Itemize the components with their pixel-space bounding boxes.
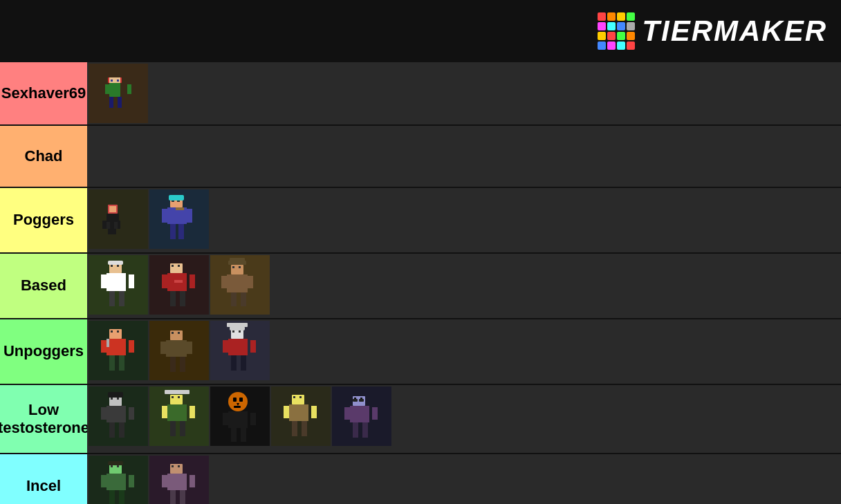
svg-rect-68 [109,355,115,371]
tier-row-poggers: Poggers [0,188,841,254]
character-lowtesto-4 [271,386,331,446]
svg-rect-117 [228,411,248,428]
svg-rect-154 [172,465,174,467]
svg-rect-100 [108,392,123,398]
svg-rect-24 [162,209,167,223]
svg-rect-90 [227,323,248,327]
svg-rect-54 [227,274,248,292]
svg-rect-110 [165,390,190,394]
svg-rect-156 [167,474,187,490]
svg-rect-150 [119,490,124,504]
character-lowtesto-2 [149,386,209,446]
svg-rect-158 [190,475,195,487]
svg-rect-69 [119,355,124,371]
svg-rect-149 [109,490,115,504]
tier-row-incel: Incel [0,454,841,504]
svg-rect-9 [117,80,119,82]
tier-row-based: Based [0,254,841,319]
svg-rect-160 [180,490,185,504]
svg-rect-109 [180,421,185,436]
svg-rect-75 [166,340,187,357]
tier-item [332,386,391,446]
svg-rect-42 [172,265,174,267]
tier-label-incel: Incel [0,454,87,504]
svg-rect-52 [232,266,234,268]
svg-rect-66 [101,340,107,353]
character-based-1 [89,255,148,315]
svg-rect-155 [178,465,180,467]
svg-rect-26 [170,224,176,239]
svg-rect-49 [174,280,183,283]
svg-rect-73 [172,332,174,334]
svg-rect-126 [289,404,308,421]
svg-rect-107 [190,406,195,418]
svg-rect-97 [129,407,134,420]
svg-rect-141 [359,399,364,402]
svg-rect-32 [111,265,113,267]
character-sexhaver [89,64,148,123]
tier-label-poggers: Poggers [0,188,87,252]
character-unpoggers-3 [210,321,270,380]
svg-rect-8 [111,80,113,82]
tier-row-unpoggers: Unpoggers [0,319,841,385]
tier-label-chad: Chad [0,126,87,187]
svg-rect-74 [178,332,180,334]
character-based-2 [149,255,209,315]
svg-rect-145 [117,465,119,467]
svg-rect-64 [117,330,119,333]
tier-content-based [87,254,841,318]
svg-rect-159 [170,490,176,504]
tier-label-low-testosterone: Low testosterone [0,385,87,453]
svg-rect-151 [108,461,123,465]
character-lowtesto-5 [332,386,391,446]
svg-rect-43 [178,265,180,267]
svg-rect-88 [241,355,246,371]
svg-rect-106 [162,406,167,418]
svg-rect-127 [284,406,289,418]
svg-rect-4 [127,84,131,94]
logo-grid [598,12,635,50]
svg-rect-140 [353,399,358,402]
svg-rect-83 [239,330,241,333]
svg-rect-65 [107,339,126,355]
tier-item [89,189,148,249]
svg-rect-129 [292,421,297,436]
svg-rect-29 [176,207,184,210]
logo-text: TiERMAKER [642,15,827,48]
svg-rect-76 [160,342,166,354]
tiermaker-logo: TiERMAKER [598,12,827,50]
tier-list: Sexhaver69 [0,62,841,504]
tier-row-sexhaver69: Sexhaver69 [0,62,841,126]
svg-rect-35 [101,274,107,288]
svg-rect-45 [162,274,167,288]
svg-rect-98 [109,422,115,438]
tier-content-unpoggers [87,319,841,384]
tier-item [271,386,331,446]
svg-rect-113 [233,398,237,402]
tier-item [89,255,148,315]
tier-item [149,321,209,380]
svg-rect-36 [129,274,134,288]
svg-rect-144 [111,465,113,467]
svg-rect-34 [107,273,126,291]
svg-rect-67 [129,340,134,353]
character-lowtesto-1 [89,386,148,446]
svg-rect-85 [223,340,228,353]
tier-item [210,386,270,446]
svg-rect-63 [111,330,113,333]
svg-rect-128 [311,406,317,418]
tier-item [89,321,148,380]
character-unpoggers-2 [149,321,209,380]
svg-rect-39 [108,261,123,265]
svg-rect-138 [353,422,358,438]
tier-label-sexhaver69: Sexhaver69 [0,62,87,124]
svg-rect-77 [187,342,192,354]
svg-rect-94 [117,398,119,400]
svg-rect-5 [109,97,113,108]
tier-content-incel [87,454,841,504]
tier-item [149,386,209,446]
tier-content-chad [87,126,841,187]
svg-rect-70 [107,339,109,347]
svg-rect-2 [109,83,120,97]
svg-rect-37 [109,291,115,306]
